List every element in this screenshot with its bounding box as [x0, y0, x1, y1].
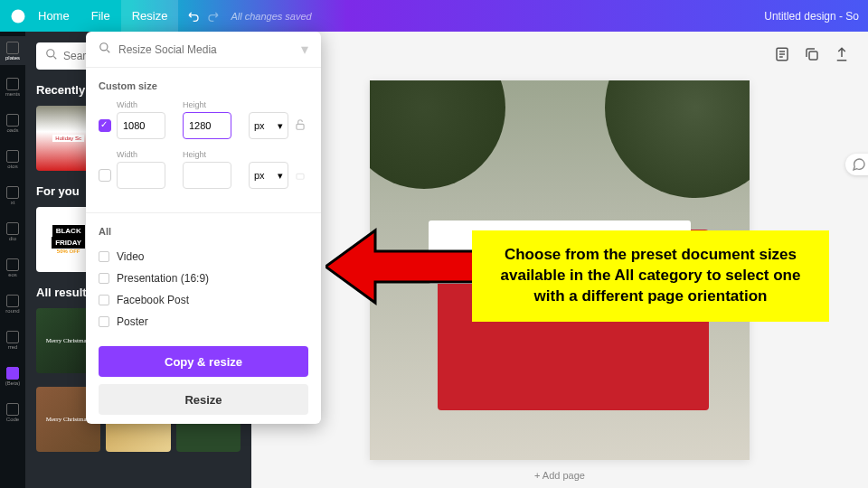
rail-elements[interactable]: ments	[0, 72, 25, 101]
all-label: All	[99, 226, 308, 237]
svg-point-2	[100, 42, 108, 50]
height-label: Height	[183, 100, 243, 109]
width-label: Width	[117, 100, 177, 109]
notes-icon[interactable]	[774, 46, 790, 62]
autosave-status: All changes saved	[231, 11, 311, 22]
lock-icon[interactable]	[294, 118, 308, 133]
height-input-2[interactable]	[183, 162, 231, 189]
chevron-down-icon: ▾	[278, 170, 283, 182]
svg-rect-6	[809, 52, 817, 60]
preset-checkbox[interactable]	[99, 295, 109, 305]
left-nav-rail: plates ments oads otos xt dio eos round …	[0, 32, 25, 488]
add-page-button[interactable]: + Add page	[251, 463, 868, 488]
svg-rect-4	[297, 174, 304, 179]
top-toolbar: Home File Resize All changes saved Untit…	[0, 0, 868, 32]
redo-icon[interactable]	[203, 7, 222, 25]
unit-select[interactable]: px▾	[249, 112, 288, 139]
height-label: Height	[183, 150, 243, 159]
rail-audio[interactable]: dio	[0, 217, 25, 246]
rail-background[interactable]: round	[0, 289, 25, 318]
canva-logo-icon[interactable]	[9, 7, 27, 25]
resize-only-button[interactable]: Resize	[99, 384, 308, 415]
dimension-row-2: Width Height px▾	[99, 150, 308, 189]
preset-facebook-post[interactable]: Facebook Post	[99, 289, 308, 311]
copy-resize-button[interactable]: Copy & resize	[99, 346, 308, 377]
width-label: Width	[117, 150, 177, 159]
width-input[interactable]	[117, 112, 165, 139]
copy-icon[interactable]	[804, 46, 820, 62]
undo-icon[interactable]	[185, 7, 203, 25]
svg-point-1	[47, 50, 54, 57]
file-button[interactable]: File	[80, 0, 121, 32]
rail-qrcode[interactable]: Code	[0, 398, 25, 427]
height-input[interactable]	[183, 112, 231, 139]
chevron-down-icon: ▾	[278, 120, 283, 132]
svg-point-0	[12, 9, 25, 23]
dimension-checkbox[interactable]	[99, 169, 111, 182]
resize-panel: ▾ Custom size Width Height px▾ Width	[86, 32, 321, 424]
preset-poster[interactable]: Poster	[99, 311, 308, 333]
preset-presentation[interactable]: Presentation (16:9)	[99, 267, 308, 289]
rail-beta[interactable]: (Beta)	[0, 361, 25, 390]
preset-checkbox[interactable]	[99, 251, 109, 262]
preset-checkbox[interactable]	[99, 273, 109, 284]
share-icon[interactable]	[834, 46, 850, 62]
canvas-header	[251, 32, 868, 77]
search-icon	[45, 48, 58, 64]
custom-size-label: Custom size	[99, 80, 308, 91]
chevron-down-icon[interactable]: ▾	[301, 41, 308, 58]
pine-decoration	[605, 80, 750, 198]
rail-starred[interactable]: rred	[0, 325, 25, 354]
rail-photos[interactable]: otos	[0, 145, 25, 174]
preset-checkbox[interactable]	[99, 316, 109, 327]
annotation-arrow-icon	[326, 226, 488, 311]
resize-search[interactable]: ▾	[86, 32, 321, 68]
unit-select[interactable]: px▾	[249, 162, 288, 189]
svg-marker-7	[326, 230, 488, 303]
home-button[interactable]: Home	[27, 0, 80, 32]
rail-text[interactable]: xt	[0, 181, 25, 210]
dimension-checkbox[interactable]	[99, 119, 111, 132]
pine-decoration	[370, 80, 505, 189]
resize-button[interactable]: Resize	[121, 0, 179, 32]
lock-icon[interactable]	[294, 168, 308, 183]
rail-uploads[interactable]: oads	[0, 108, 25, 137]
resize-search-input[interactable]	[118, 43, 294, 56]
search-icon	[99, 42, 111, 58]
document-title[interactable]: Untitled design - So	[764, 10, 859, 23]
dimension-row-1: Width Height px▾	[99, 100, 308, 139]
annotation-callout: Choose from the preset document sizes av…	[472, 230, 829, 322]
preset-video[interactable]: Video	[99, 246, 308, 267]
comment-bubble-icon[interactable]	[845, 154, 868, 175]
width-input-2[interactable]	[117, 162, 165, 189]
rail-templates[interactable]: plates	[0, 36, 25, 65]
rail-videos[interactable]: eos	[0, 253, 25, 282]
svg-rect-3	[297, 124, 304, 129]
